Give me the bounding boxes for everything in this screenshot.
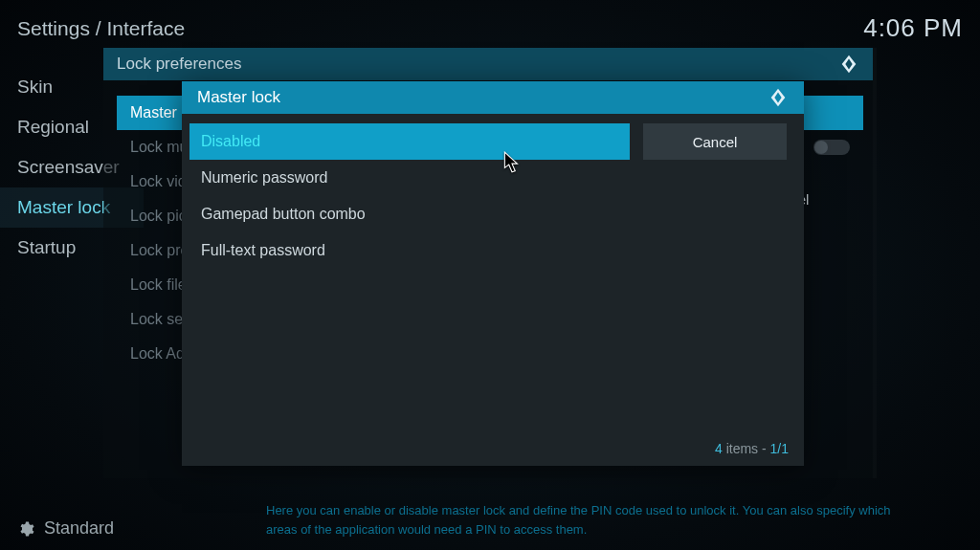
master-lock-dialog: Master lock Disabled Numeric password Ga… (182, 81, 804, 466)
kodi-logo-icon (768, 87, 789, 108)
top-bar: Settings / Interface 4:06 PM (17, 13, 963, 43)
cancel-button[interactable]: Cancel (643, 123, 787, 160)
option-fulltext-password[interactable]: Full-text password (189, 232, 630, 269)
items-text: items - (726, 441, 767, 456)
master-lock-buttons: Cancel (643, 123, 787, 269)
master-lock-title: Master lock (197, 88, 280, 107)
clock: 4:06 PM (863, 13, 963, 43)
toggle-off-icon[interactable] (813, 140, 850, 155)
master-lock-body: Disabled Numeric password Gamepad button… (182, 114, 804, 278)
option-numeric-password[interactable]: Numeric password (189, 160, 630, 196)
footer: Standard Here you can enable or disable … (17, 518, 963, 539)
master-lock-footer: 4 items - 1/1 (715, 441, 789, 456)
master-lock-header: Master lock (182, 81, 804, 114)
gear-icon (17, 520, 34, 538)
settings-level-label: Standard (44, 518, 114, 539)
lock-preferences-title: Lock preferences (117, 55, 241, 74)
option-disabled[interactable]: Disabled (189, 123, 630, 160)
page-index: 1/1 (770, 441, 789, 456)
footer-description: Here you can enable or disable master lo… (266, 501, 955, 539)
option-gamepad-combo[interactable]: Gamepad button combo (189, 196, 630, 232)
kodi-logo-icon (838, 54, 859, 75)
lock-preferences-header: Lock preferences (103, 48, 873, 80)
master-lock-options: Disabled Numeric password Gamepad button… (189, 123, 630, 269)
breadcrumb: Settings / Interface (17, 17, 185, 40)
item-count: 4 (715, 441, 723, 456)
